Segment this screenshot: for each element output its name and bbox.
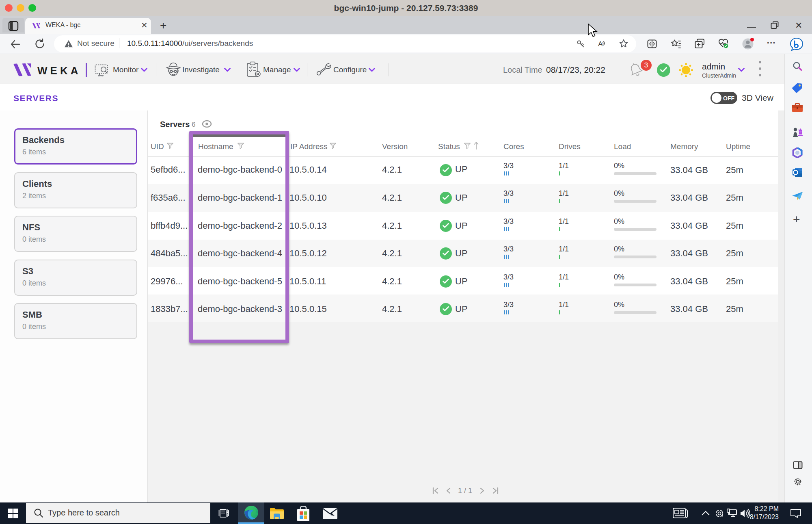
svg-text:A: A — [598, 40, 603, 48]
